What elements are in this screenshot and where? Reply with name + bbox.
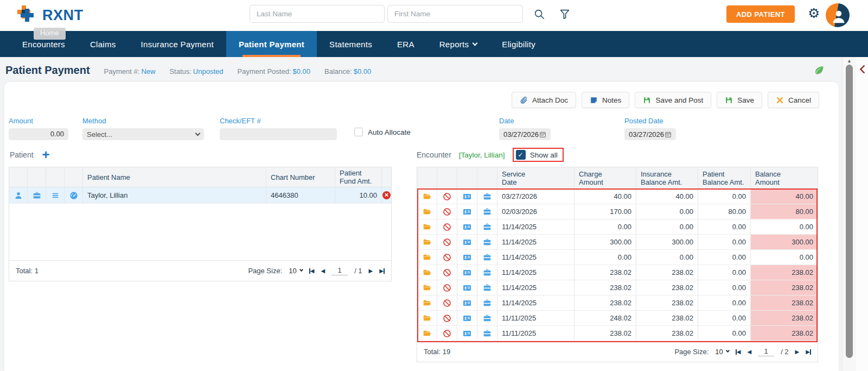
method-select[interactable]: Select...: [82, 128, 204, 140]
check-eft-input[interactable]: [220, 128, 337, 140]
briefcase-icon[interactable]: [33, 191, 41, 200]
encounter-row[interactable]: 11/11/2025 248.02 238.02 0.00 238.02: [417, 311, 818, 326]
ban-icon[interactable]: [443, 207, 451, 216]
scroll-up-arrow-icon[interactable]: ▲: [843, 58, 856, 64]
first-page-button[interactable]: ◀: [309, 268, 315, 274]
vertical-scrollbar[interactable]: ▲: [842, 57, 856, 371]
person-icon[interactable]: [14, 191, 23, 200]
scrollbar-thumb[interactable]: [846, 65, 853, 358]
ban-icon[interactable]: [443, 268, 451, 277]
menu-icon[interactable]: [51, 191, 60, 200]
prev-page-button[interactable]: ◀: [321, 268, 325, 274]
tab-eligibility[interactable]: Eligibility: [489, 31, 548, 57]
next-page-button[interactable]: ▶: [795, 349, 800, 355]
next-page-button[interactable]: ▶: [369, 268, 373, 274]
encounter-row[interactable]: 11/14/2025 300.00 300.00 0.00 300.00: [417, 235, 818, 250]
last-name-input[interactable]: [250, 5, 385, 23]
first-name-input[interactable]: [387, 5, 523, 23]
tab-claims[interactable]: Claims: [78, 31, 129, 57]
id-card-icon[interactable]: [463, 314, 471, 323]
amount-input[interactable]: [9, 128, 68, 140]
cancel-button[interactable]: Cancel: [768, 92, 819, 108]
tab-era[interactable]: ERA: [385, 31, 427, 57]
show-all-checkbox[interactable]: ✓: [516, 150, 526, 160]
filter-icon[interactable]: [559, 8, 571, 20]
folder-icon[interactable]: [423, 253, 431, 262]
tab-statements[interactable]: Statements: [317, 31, 385, 57]
id-card-icon[interactable]: [463, 299, 471, 307]
id-card-icon[interactable]: [463, 284, 471, 292]
ban-icon[interactable]: [443, 238, 451, 247]
id-card-icon[interactable]: [463, 329, 471, 338]
briefcase-icon[interactable]: [483, 192, 492, 201]
encounter-row[interactable]: 11/14/2025 238.02 238.02 0.00 238.02: [417, 295, 818, 311]
encounter-row[interactable]: 11/14/2025 0.00 0.00 0.00 0.00: [417, 250, 818, 265]
id-card-icon[interactable]: [463, 192, 471, 201]
folder-icon[interactable]: [423, 223, 431, 231]
search-icon[interactable]: [533, 8, 545, 20]
folder-icon[interactable]: [423, 314, 431, 323]
briefcase-icon[interactable]: [483, 268, 492, 277]
posted-date-input[interactable]: 03/27/2026: [624, 128, 676, 140]
folder-icon[interactable]: [423, 299, 431, 307]
gauge-icon[interactable]: [69, 191, 78, 200]
briefcase-icon[interactable]: [483, 329, 492, 338]
avatar[interactable]: [826, 3, 850, 27]
encounter-row[interactable]: 02/03/2026 170.00 0.00 80.00 80.00: [417, 204, 818, 219]
id-card-icon[interactable]: [463, 238, 471, 247]
ban-icon[interactable]: [443, 314, 451, 323]
ban-icon[interactable]: [443, 329, 451, 338]
ban-icon[interactable]: [443, 223, 451, 231]
briefcase-icon[interactable]: [483, 207, 492, 216]
encounter-row[interactable]: 11/14/2025 238.02 238.02 0.00 238.02: [417, 265, 818, 280]
show-all-toggle[interactable]: ✓ Show all: [513, 148, 564, 162]
page-number-input[interactable]: 1: [758, 347, 774, 356]
briefcase-icon[interactable]: [483, 253, 492, 262]
briefcase-icon[interactable]: [483, 223, 492, 231]
ban-icon[interactable]: [443, 284, 451, 292]
remove-patient-icon[interactable]: ×: [382, 191, 391, 199]
folder-icon[interactable]: [423, 284, 431, 292]
first-page-button[interactable]: ◀: [736, 349, 741, 355]
encounter-row[interactable]: 11/11/2025 238.02 238.02 0.00 238.02: [417, 326, 818, 341]
tab-reports[interactable]: Reports: [427, 31, 490, 57]
page-size-select[interactable]: 10: [289, 267, 302, 275]
briefcase-icon[interactable]: [483, 314, 492, 323]
id-card-icon[interactable]: [463, 253, 471, 262]
encounter-row[interactable]: 11/14/2025 0.00 0.00 0.00 0.00: [417, 219, 818, 235]
folder-icon[interactable]: [423, 192, 431, 201]
ban-icon[interactable]: [443, 253, 451, 262]
save-button[interactable]: Save: [717, 92, 762, 108]
page-number-input[interactable]: 1: [331, 266, 348, 275]
folder-icon[interactable]: [423, 238, 431, 247]
rxnt-logo[interactable]: RXNT: [16, 4, 84, 26]
notes-button[interactable]: Notes: [582, 92, 629, 108]
last-page-button[interactable]: ▶: [806, 349, 811, 355]
gear-icon[interactable]: ⚙: [808, 7, 820, 20]
save-and-post-button[interactable]: Save and Post: [635, 92, 711, 108]
date-input[interactable]: 03/27/2026: [499, 128, 551, 140]
ban-icon[interactable]: [443, 299, 451, 307]
collapse-panel-icon[interactable]: [859, 65, 866, 74]
briefcase-icon[interactable]: [483, 238, 492, 247]
tab-insurance-payment[interactable]: Insurance Payment: [129, 31, 226, 57]
id-card-icon[interactable]: [463, 223, 471, 231]
ban-icon[interactable]: [443, 192, 451, 201]
auto-allocate-checkbox[interactable]: [354, 128, 363, 136]
add-patient-plus-icon[interactable]: +: [42, 150, 50, 160]
id-card-icon[interactable]: [463, 207, 471, 216]
encounter-row[interactable]: 11/14/2025 238.02 238.02 0.00 238.02: [417, 280, 818, 295]
prev-page-button[interactable]: ◀: [747, 349, 751, 355]
add-patient-button[interactable]: ADD PATIENT: [726, 5, 795, 23]
briefcase-icon[interactable]: [483, 299, 492, 307]
patient-row[interactable]: Taylor, Lillian 4646380 10.00 ×: [9, 187, 391, 204]
folder-icon[interactable]: [423, 329, 431, 338]
tab-patient-payment[interactable]: Patient Payment: [226, 31, 317, 57]
briefcase-icon[interactable]: [483, 284, 492, 292]
id-card-icon[interactable]: [463, 268, 471, 277]
folder-icon[interactable]: [423, 207, 431, 216]
folder-icon[interactable]: [423, 268, 431, 277]
last-page-button[interactable]: ▶: [379, 268, 385, 274]
leaf-icon[interactable]: [814, 65, 825, 76]
encounter-row[interactable]: 03/27/2026 40.00 40.00 0.00 40.00: [417, 189, 818, 204]
